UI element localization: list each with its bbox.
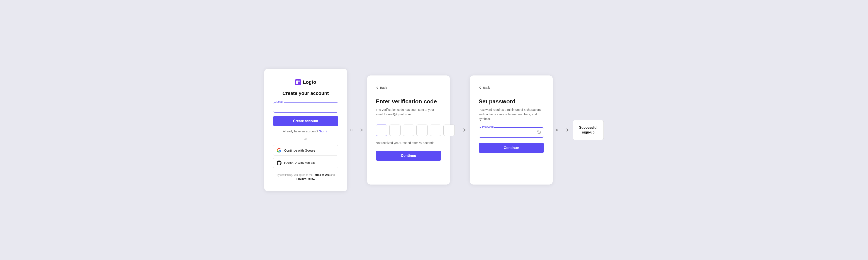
- flow-container: Logto Create your account Email Create a…: [281, 69, 587, 191]
- signin-prompt: Already have an account? Sign in: [283, 129, 328, 133]
- success-box: Successful sign-up: [573, 120, 604, 141]
- divider: or: [273, 137, 338, 141]
- create-account-card: Logto Create your account Email Create a…: [264, 69, 347, 191]
- svg-point-8: [556, 129, 558, 131]
- logo: Logto: [295, 79, 316, 85]
- back-button-card2[interactable]: Back: [376, 86, 441, 89]
- terms-link[interactable]: Terms of Use: [313, 173, 330, 176]
- otp-input-2[interactable]: [389, 124, 401, 136]
- password-label: Password: [481, 125, 495, 128]
- github-icon: [277, 161, 281, 165]
- arrow-3: [553, 127, 573, 133]
- email-input[interactable]: [273, 102, 338, 113]
- otp-input-4[interactable]: [416, 124, 428, 136]
- svg-rect-2: [298, 81, 300, 82]
- verification-title: Enter verification code: [376, 98, 441, 105]
- otp-input-6[interactable]: [443, 124, 455, 136]
- password-continue-button[interactable]: Continue: [479, 143, 544, 153]
- google-button[interactable]: Continue with Google: [273, 145, 338, 155]
- chevron-left-icon: [376, 86, 379, 89]
- password-input[interactable]: [479, 127, 544, 138]
- svg-rect-0: [295, 79, 301, 85]
- divider-line-right: [310, 139, 338, 139]
- divider-text: or: [304, 137, 307, 141]
- github-btn-label: Continue with GitHub: [284, 161, 315, 165]
- verification-subtitle: The verification code has been sent to y…: [376, 108, 441, 117]
- arrow-1: [347, 127, 367, 133]
- verification-card: Back Enter verification code The verific…: [367, 76, 450, 184]
- email-label: Email: [276, 100, 284, 104]
- eye-slash-icon[interactable]: [537, 130, 541, 135]
- github-button[interactable]: Continue with GitHub: [273, 158, 338, 168]
- email-input-group: Email: [273, 102, 338, 113]
- divider-line-left: [273, 139, 302, 139]
- resend-text: Not received yet? Resend after 59 second…: [376, 141, 441, 145]
- logo-text: Logto: [303, 79, 316, 85]
- card1-title: Create your account: [282, 90, 329, 96]
- google-btn-label: Continue with Google: [284, 148, 315, 152]
- otp-input-3[interactable]: [403, 124, 414, 136]
- set-password-card: Back Set password Password requires a mi…: [470, 76, 553, 184]
- logto-logo-icon: [295, 79, 301, 85]
- signin-link[interactable]: Sign in: [319, 129, 328, 133]
- chevron-left-icon-2: [479, 86, 482, 89]
- password-input-group: Password: [479, 127, 544, 138]
- svg-rect-1: [296, 81, 298, 84]
- back-button-card3[interactable]: Back: [479, 86, 544, 89]
- otp-input-1[interactable]: [376, 124, 387, 136]
- verification-continue-button[interactable]: Continue: [376, 151, 441, 161]
- success-line2: sign-up: [579, 130, 597, 135]
- privacy-link[interactable]: Privacy Policy.: [297, 177, 315, 180]
- create-account-button[interactable]: Create account: [273, 116, 338, 126]
- svg-point-3: [350, 129, 352, 131]
- otp-input-5[interactable]: [430, 124, 441, 136]
- otp-inputs: [376, 124, 441, 136]
- success-line1: Successful: [579, 125, 597, 130]
- terms-text: By continuing, you agree to the Terms of…: [273, 173, 338, 181]
- google-icon: [277, 148, 281, 153]
- password-subtitle: Password requires a minimum of 8 charact…: [479, 108, 544, 121]
- password-title: Set password: [479, 98, 544, 105]
